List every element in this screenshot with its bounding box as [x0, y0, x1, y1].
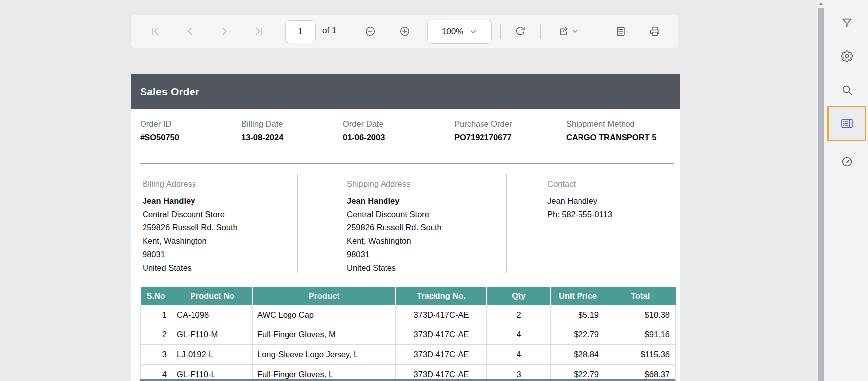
- toolbar-divider: [600, 24, 600, 39]
- last-page-icon: [253, 26, 264, 37]
- order-date-value: 01-06-2003: [343, 133, 454, 142]
- page-setup-icon: [615, 26, 626, 37]
- first-page-button[interactable]: [150, 26, 161, 37]
- print-button[interactable]: [649, 26, 660, 37]
- next-row-clipped: [140, 379, 675, 381]
- toolbar-divider: [350, 24, 350, 39]
- billing-address-line: United States: [143, 261, 238, 274]
- refresh-icon: [515, 26, 526, 37]
- gauge-icon: [841, 156, 853, 168]
- sidebar-item-parameters-active[interactable]: [827, 106, 866, 141]
- sidebar-item-filter[interactable]: [825, 17, 868, 29]
- next-page-button[interactable]: [219, 26, 230, 37]
- billing-date-label: Billing Date: [241, 119, 343, 129]
- section-divider: [140, 163, 674, 164]
- next-page-icon: [219, 26, 230, 37]
- contact-block: Contact Jean Handley Ph: 582-555-0113: [547, 177, 612, 221]
- billing-address-block: Billing Address Jean Handley Central Dis…: [143, 177, 238, 274]
- address-divider: [506, 174, 507, 273]
- shipment-method-label: Shippment Method: [566, 119, 656, 129]
- zoom-in-icon: [399, 26, 410, 37]
- shipping-address-line: 98031: [347, 248, 442, 261]
- cell-unit-price: $22.79: [551, 325, 605, 345]
- order-id-label: Order ID: [140, 119, 241, 129]
- cell-unit-price: $5.19: [551, 305, 605, 325]
- filter-icon: [841, 17, 853, 29]
- shipping-address-label: Shipping Address: [347, 177, 442, 191]
- order-id-field: Order ID #SO50750: [140, 119, 241, 142]
- shipping-address-line: United States: [347, 261, 442, 274]
- shipping-address-line: 259826 Russell Rd. South: [347, 221, 442, 234]
- refresh-button[interactable]: [515, 26, 526, 37]
- page-setup-button[interactable]: [615, 26, 626, 37]
- cell-total: $91.16: [605, 325, 676, 345]
- billing-address-line: 259826 Russell Rd. South: [143, 221, 238, 234]
- col-header-product: Product: [253, 287, 396, 305]
- export-icon: [558, 26, 569, 37]
- cell-sno: 3: [141, 345, 172, 365]
- report-title-band: Sales Order: [131, 74, 680, 109]
- table-row: 1 CA-1098 AWC Logo Cap 373D-417C-AE 2 $5…: [141, 305, 676, 325]
- print-icon: [649, 26, 660, 37]
- chevron-down-icon: [469, 28, 477, 36]
- contact-name: Jean Handley: [547, 194, 612, 208]
- scrollbar-thumb[interactable]: [818, 8, 824, 381]
- cell-total: $10.38: [605, 305, 676, 325]
- export-button[interactable]: [558, 26, 569, 37]
- order-info-row: Order ID #SO50750 Billing Date 13-08-202…: [140, 119, 656, 142]
- last-page-button[interactable]: [253, 26, 264, 37]
- line-items-table: S.No Product No Product Tracking No. Qty…: [140, 287, 676, 381]
- search-icon: [841, 84, 853, 96]
- zoom-out-button[interactable]: [365, 26, 376, 37]
- billing-address-name: Jean Handley: [143, 194, 238, 208]
- billing-address-line: Kent, Washington: [143, 234, 238, 248]
- sidebar-item-search[interactable]: [825, 84, 868, 96]
- cell-total: $115.36: [605, 345, 676, 365]
- col-header-qty: Qty: [487, 287, 551, 305]
- cell-sno: 2: [141, 325, 172, 345]
- table-header-row: S.No Product No Product Tracking No. Qty…: [141, 287, 676, 305]
- col-header-total: Total: [605, 287, 676, 305]
- table-row: 3 LJ-0192-L Long-Sleeve Logo Jersey, L 3…: [141, 345, 676, 365]
- cell-qty: 4: [487, 325, 551, 345]
- sidebar-item-performance[interactable]: [825, 156, 868, 168]
- zoom-out-icon: [365, 26, 376, 37]
- cell-qty: 4: [487, 345, 551, 365]
- gear-icon: [841, 50, 853, 62]
- export-chevron-down-icon[interactable]: [571, 28, 579, 35]
- zoom-in-button[interactable]: [399, 26, 410, 37]
- shipping-address-block: Shipping Address Jean Handley Central Di…: [347, 177, 442, 274]
- col-header-unit-price: Unit Price: [551, 287, 605, 305]
- page-number-input[interactable]: [285, 20, 316, 43]
- contact-label: Contact: [547, 177, 612, 191]
- previous-page-icon: [185, 26, 195, 37]
- cell-product-no: LJ-0192-L: [172, 345, 253, 365]
- order-id-value: #SO50750: [140, 133, 241, 142]
- shipping-address-name: Jean Handley: [347, 194, 442, 208]
- sidebar-item-settings[interactable]: [825, 50, 868, 62]
- toolbar-divider: [500, 24, 501, 39]
- billing-address-label: Billing Address: [143, 177, 238, 191]
- billing-address-line: 98031: [143, 248, 238, 261]
- address-section: Billing Address Jean Handley Central Dis…: [131, 170, 680, 279]
- cell-sno: 1: [141, 305, 172, 325]
- shipping-address-line: Central Discount Store: [347, 208, 442, 221]
- purchase-order-field: Purchase Order PO7192170677: [454, 119, 566, 142]
- cell-tracking: 373D-417C-AE: [396, 325, 487, 345]
- cell-product-no: GL-F110-M: [172, 325, 253, 345]
- cell-tracking: 373D-417C-AE: [396, 345, 487, 365]
- vertical-scrollbar: [817, 0, 825, 381]
- order-date-label: Order Date: [343, 119, 454, 129]
- address-divider: [297, 174, 298, 273]
- col-header-product-no: Product No: [172, 287, 253, 305]
- col-header-tracking: Tracking No.: [396, 287, 487, 305]
- shipping-address-line: Kent, Washington: [347, 234, 442, 248]
- billing-address-line: Central Discount Store: [143, 208, 238, 221]
- zoom-level-select[interactable]: 100%: [427, 20, 492, 44]
- billing-date-field: Billing Date 13-08-2024: [241, 119, 343, 142]
- up-arrow-icon: [819, 2, 823, 5]
- previous-page-button[interactable]: [185, 26, 195, 37]
- first-page-icon: [150, 26, 161, 37]
- order-date-field: Order Date 01-06-2003: [343, 119, 454, 142]
- scroll-up-button[interactable]: [817, 0, 825, 8]
